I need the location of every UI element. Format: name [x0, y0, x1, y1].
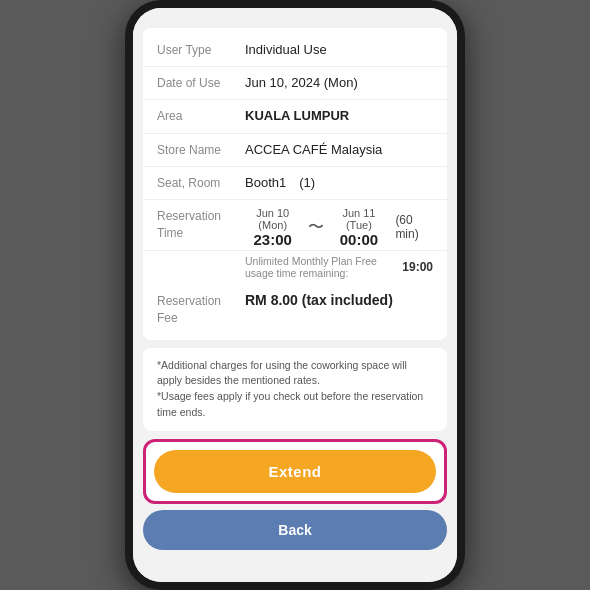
reservation-time-block: Jun 10 (Mon) 23:00 〜 Jun 11 (Tue) 00:00 …	[245, 207, 433, 248]
info-card: User Type Individual Use Date of Use Jun…	[143, 28, 447, 340]
user-type-value: Individual Use	[245, 41, 433, 59]
store-name-value: ACCEA CAFÉ Malaysia	[245, 141, 433, 159]
back-button[interactable]: Back	[143, 510, 447, 550]
phone-screen: User Type Individual Use Date of Use Jun…	[133, 8, 457, 582]
screen-top-bar	[133, 8, 457, 28]
from-time: 23:00	[254, 231, 292, 248]
user-type-label: User Type	[157, 41, 245, 59]
seat-room-value: Booth1 (1)	[245, 174, 433, 192]
reservation-fee-label: Reservation Fee	[157, 292, 245, 327]
unlimited-plan-label: Unlimited Monthly Plan Free usage time r…	[245, 255, 402, 279]
tilde-icon: 〜	[308, 217, 324, 238]
reservation-fee-row: Reservation Fee RM 8.00 (tax included)	[143, 285, 447, 334]
time-range: Jun 10 (Mon) 23:00 〜 Jun 11 (Tue) 00:00 …	[245, 207, 433, 248]
reservation-time-row: Reservation Time Jun 10 (Mon) 23:00 〜 Ju…	[143, 200, 447, 251]
extend-button-section: Extend	[143, 439, 447, 504]
area-value: KUALA LUMPUR	[245, 107, 433, 125]
unlimited-plan-row: Unlimited Monthly Plan Free usage time r…	[143, 251, 447, 285]
reservation-time-label: Reservation Time	[157, 207, 245, 242]
screen-bottom-bar	[133, 572, 457, 582]
note-2: *Usage fees apply if you check out befor…	[157, 389, 433, 421]
extend-button[interactable]: Extend	[154, 450, 436, 493]
note-1: *Additional charges for using the cowork…	[157, 358, 433, 390]
date-of-use-row: Date of Use Jun 10, 2024 (Mon)	[143, 67, 447, 100]
area-row: Area KUALA LUMPUR	[143, 100, 447, 133]
date-of-use-label: Date of Use	[157, 74, 245, 92]
back-button-area: Back	[143, 510, 447, 550]
area-label: Area	[157, 107, 245, 125]
phone-frame: User Type Individual Use Date of Use Jun…	[125, 0, 465, 590]
seat-room-label: Seat, Room	[157, 174, 245, 192]
to-time: 00:00	[340, 231, 378, 248]
content-area: User Type Individual Use Date of Use Jun…	[133, 28, 457, 572]
notes-card: *Additional charges for using the cowork…	[143, 348, 447, 431]
unlimited-plan-time: 19:00	[402, 260, 433, 274]
seat-room-row: Seat, Room Booth1 (1)	[143, 167, 447, 200]
duration-label: (60 min)	[395, 213, 433, 241]
date-of-use-value: Jun 10, 2024 (Mon)	[245, 74, 433, 92]
store-name-label: Store Name	[157, 141, 245, 159]
store-name-row: Store Name ACCEA CAFÉ Malaysia	[143, 134, 447, 167]
user-type-row: User Type Individual Use	[143, 34, 447, 67]
reservation-fee-value: RM 8.00 (tax included)	[245, 292, 393, 308]
from-date: Jun 10 (Mon)	[245, 207, 300, 231]
to-date: Jun 11 (Tue)	[332, 207, 385, 231]
